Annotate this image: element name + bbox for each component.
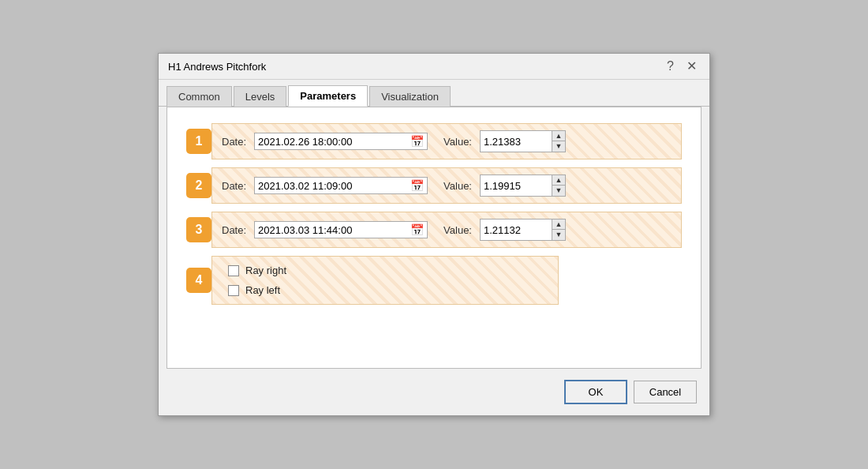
dialog-window: H1 Andrews Pitchfork ? ✕ Common Levels P… bbox=[158, 53, 710, 416]
value-input-wrapper-3: ▲ ▼ bbox=[480, 219, 566, 241]
tab-common[interactable]: Common bbox=[166, 86, 232, 107]
badge-1: 1 bbox=[186, 129, 211, 154]
value-label-3: Value: bbox=[443, 224, 472, 236]
checkbox-row-ray-left: Ray left bbox=[228, 284, 542, 296]
checkbox-ray-right-label: Ray right bbox=[245, 265, 286, 276]
value-input-2[interactable] bbox=[481, 175, 552, 196]
checkbox-panel: Ray right Ray left bbox=[211, 256, 559, 305]
spin-up-1[interactable]: ▲ bbox=[552, 131, 565, 141]
tab-levels[interactable]: Levels bbox=[234, 86, 287, 107]
date-input-1[interactable] bbox=[258, 136, 410, 148]
date-label-2: Date: bbox=[222, 180, 246, 192]
badge-4: 4 bbox=[186, 268, 211, 293]
param-row-1: 1 Date: 📅 Value: ▲ ▼ bbox=[186, 123, 682, 159]
tabs-bar: Common Levels Parameters Visualization bbox=[159, 80, 709, 107]
spinner-1: ▲ ▼ bbox=[552, 131, 565, 152]
date-label-3: Date: bbox=[222, 224, 246, 236]
ok-button[interactable]: OK bbox=[564, 380, 627, 404]
calendar-icon-1[interactable]: 📅 bbox=[410, 135, 424, 148]
date-input-wrapper-3: 📅 bbox=[254, 221, 428, 238]
badge-3: 3 bbox=[186, 217, 211, 242]
spinner-2: ▲ ▼ bbox=[552, 175, 565, 196]
checkbox-ray-right[interactable] bbox=[228, 265, 239, 276]
spin-down-2[interactable]: ▼ bbox=[552, 186, 565, 196]
checkbox-ray-left-label: Ray left bbox=[245, 284, 280, 296]
date-input-2[interactable] bbox=[258, 180, 410, 192]
spin-up-3[interactable]: ▲ bbox=[552, 219, 565, 230]
badge-2: 2 bbox=[186, 173, 211, 198]
footer: OK Cancel bbox=[159, 369, 709, 415]
date-input-3[interactable] bbox=[258, 224, 410, 236]
date-label-1: Date: bbox=[222, 136, 246, 148]
help-button[interactable]: ? bbox=[664, 60, 677, 73]
checkbox-ray-left[interactable] bbox=[228, 285, 239, 296]
row-panel-2: Date: 📅 Value: ▲ ▼ bbox=[211, 167, 682, 204]
tab-visualization[interactable]: Visualization bbox=[369, 86, 451, 107]
spin-down-3[interactable]: ▼ bbox=[552, 230, 565, 240]
value-label-2: Value: bbox=[443, 180, 472, 192]
window-title: H1 Andrews Pitchfork bbox=[168, 61, 266, 73]
value-input-wrapper-2: ▲ ▼ bbox=[480, 174, 566, 197]
param-row-2: 2 Date: 📅 Value: ▲ ▼ bbox=[186, 167, 682, 204]
param-row-3: 3 Date: 📅 Value: ▲ ▼ bbox=[186, 212, 682, 248]
date-input-wrapper-2: 📅 bbox=[254, 177, 428, 194]
value-input-1[interactable] bbox=[481, 131, 552, 152]
checkbox-row-ray-right: Ray right bbox=[228, 265, 542, 276]
cancel-button[interactable]: Cancel bbox=[634, 381, 697, 403]
value-input-wrapper-1: ▲ ▼ bbox=[480, 130, 566, 152]
close-button[interactable]: ✕ bbox=[683, 60, 700, 73]
tab-parameters[interactable]: Parameters bbox=[288, 85, 368, 107]
row-panel-3: Date: 📅 Value: ▲ ▼ bbox=[211, 212, 682, 248]
title-bar-buttons: ? ✕ bbox=[664, 60, 700, 73]
calendar-icon-2[interactable]: 📅 bbox=[410, 179, 424, 192]
spin-down-1[interactable]: ▼ bbox=[552, 141, 565, 152]
spinner-3: ▲ ▼ bbox=[552, 219, 565, 240]
spin-up-2[interactable]: ▲ bbox=[552, 175, 565, 186]
param-row-4: 4 Ray right Ray left bbox=[186, 256, 682, 305]
title-bar: H1 Andrews Pitchfork ? ✕ bbox=[159, 54, 709, 80]
calendar-icon-3[interactable]: 📅 bbox=[410, 223, 424, 236]
value-input-3[interactable] bbox=[481, 219, 552, 240]
content-area: 1 Date: 📅 Value: ▲ ▼ 2 bbox=[166, 107, 702, 369]
value-label-1: Value: bbox=[443, 136, 472, 148]
date-input-wrapper-1: 📅 bbox=[254, 133, 428, 150]
row-panel-1: Date: 📅 Value: ▲ ▼ bbox=[211, 123, 682, 159]
